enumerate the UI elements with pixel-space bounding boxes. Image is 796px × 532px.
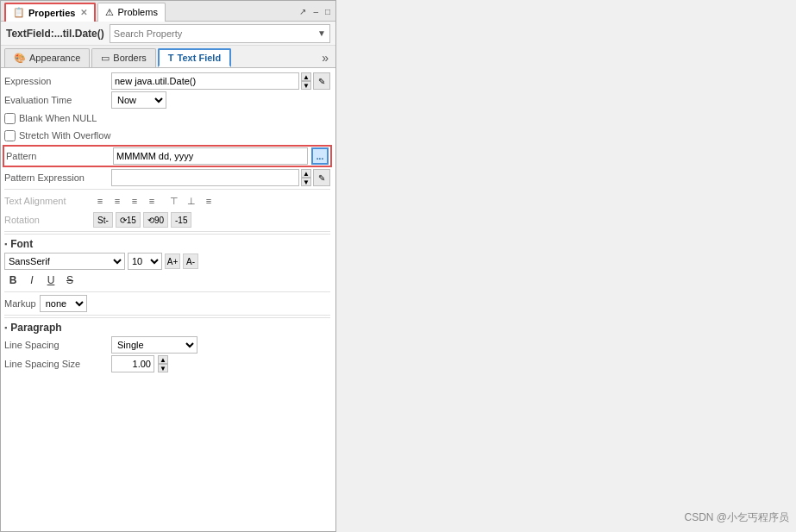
- expression-value: ▲ ▼ ✎: [111, 72, 330, 90]
- problems-tab-icon: ⚠: [105, 7, 114, 18]
- evaluation-time-select[interactable]: Now Report Page Column Group Band Auto: [111, 91, 166, 109]
- paragraph-section-title: Paragraph: [10, 322, 61, 334]
- pattern-expr-spinner: ▲ ▼: [301, 169, 311, 186]
- paragraph-section-toggle[interactable]: ▪: [4, 323, 7, 332]
- align-center-button[interactable]: ≡: [110, 193, 125, 209]
- valign-top-button[interactable]: ⊤: [166, 193, 182, 209]
- rotation-label: Rotation: [4, 215, 91, 225]
- bold-button[interactable]: B: [4, 272, 22, 289]
- line-spacing-select[interactable]: Single 1.5 Lines Double At Least Fixed P…: [111, 336, 197, 354]
- rotation-90-button[interactable]: ⟲90: [143, 212, 168, 228]
- expression-spinner-up[interactable]: ▲: [301, 72, 311, 81]
- divider-1: [4, 189, 330, 190]
- line-spacing-value: Single 1.5 Lines Double At Least Fixed P…: [111, 336, 330, 354]
- font-section-header: ▪ Font: [4, 234, 330, 252]
- markup-row: Markup none html styled: [4, 294, 330, 313]
- properties-panel: 📋 Properties ✕ ⚠ Problems ↗ – □ TextFiel…: [0, 0, 336, 532]
- text-alignment-label: Text Alignment: [4, 196, 91, 206]
- align-right-button[interactable]: ≡: [127, 193, 142, 209]
- pattern-expression-input[interactable]: [111, 169, 299, 186]
- tab-problems[interactable]: ⚠ Problems: [97, 3, 165, 22]
- tab-actions: ↗ – □: [298, 6, 332, 17]
- line-spacing-size-row: Line Spacing Size ▲ ▼: [4, 354, 330, 373]
- markup-select[interactable]: none html styled: [40, 295, 87, 312]
- stretch-overflow-label: Stretch With Overflow: [19, 130, 110, 141]
- more-tabs-button[interactable]: »: [318, 51, 332, 65]
- stretch-overflow-checkbox[interactable]: [4, 130, 16, 141]
- tab-properties[interactable]: 📋 Properties ✕: [4, 3, 96, 22]
- pattern-row: Pattern ...: [3, 145, 332, 167]
- font-section-toggle[interactable]: ▪: [4, 240, 7, 248]
- panel-title: TextField:...til.Date(): [6, 28, 104, 40]
- pattern-expr-spinner-down[interactable]: ▼: [301, 178, 311, 186]
- italic-button[interactable]: I: [23, 272, 41, 289]
- expression-label: Expression: [4, 76, 108, 86]
- divider-2: [4, 231, 330, 232]
- font-increase-button[interactable]: A+: [165, 253, 180, 269]
- rotation-row: Rotation St- ⟳15 ⟲90 -15: [4, 210, 330, 229]
- line-spacing-size-label: Line Spacing Size: [4, 359, 108, 369]
- borders-label: Borders: [113, 53, 147, 63]
- expression-row: Expression ▲ ▼ ✎: [4, 72, 330, 91]
- expression-input[interactable]: [111, 72, 299, 90]
- font-name-size-row: SansSerif Serif Monospaced Arial Times N…: [4, 252, 330, 271]
- line-spacing-label: Line Spacing: [4, 340, 108, 350]
- sub-tab-text-field[interactable]: T Text Field: [158, 48, 231, 67]
- valign-middle-button[interactable]: ⊥: [184, 193, 199, 209]
- blank-when-null-row: Blank When NULL: [4, 110, 330, 127]
- divider-3: [4, 291, 330, 292]
- text-alignment-row: Text Alignment ≡ ≡ ≡ ≡ ⊤ ⊥ ≡: [4, 191, 330, 210]
- font-name-select[interactable]: SansSerif Serif Monospaced Arial Times N…: [4, 253, 125, 270]
- expression-spinner-down[interactable]: ▼: [301, 81, 311, 90]
- expression-edit-button[interactable]: ✎: [313, 72, 330, 90]
- blank-when-null-checkbox[interactable]: [4, 113, 16, 124]
- rotation-normal-button[interactable]: St-: [93, 212, 113, 228]
- valign-bottom-button[interactable]: ≡: [201, 193, 216, 209]
- line-spacing-row: Line Spacing Single 1.5 Lines Double At …: [4, 335, 330, 354]
- properties-content: Expression ▲ ▼ ✎ Evaluation Time Now Rep…: [1, 68, 335, 531]
- pattern-label: Pattern: [6, 151, 110, 161]
- minimize-button[interactable]: –: [311, 6, 320, 17]
- watermark-text: CSDN @小乞丐程序员: [684, 510, 789, 525]
- pattern-input[interactable]: [113, 147, 308, 165]
- pattern-expression-label: Pattern Expression: [4, 172, 108, 183]
- maximize-button[interactable]: □: [323, 6, 332, 17]
- sub-tab-borders[interactable]: ▭ Borders: [91, 48, 156, 67]
- blank-when-null-label: Blank When NULL: [19, 113, 97, 123]
- search-input[interactable]: [114, 28, 317, 39]
- appearance-icon: 🎨: [14, 53, 26, 64]
- pattern-expression-edit-button[interactable]: ✎: [313, 169, 330, 186]
- pattern-edit-button[interactable]: ...: [311, 147, 329, 165]
- align-justify-button[interactable]: ≡: [144, 193, 160, 209]
- text-field-label: Text Field: [178, 53, 222, 63]
- search-wrapper: ▼: [110, 24, 330, 43]
- underline-button[interactable]: U: [42, 272, 60, 289]
- properties-tab-icon: 📋: [13, 7, 25, 18]
- divider-4: [4, 315, 330, 316]
- line-spacing-size-input[interactable]: [111, 355, 154, 372]
- appearance-label: Appearance: [29, 53, 80, 63]
- properties-tab-close[interactable]: ✕: [80, 8, 87, 17]
- text-field-icon: T: [168, 53, 174, 63]
- font-size-select[interactable]: 8 9 10 11 12 14 16: [128, 253, 162, 270]
- strikethrough-button[interactable]: S: [61, 272, 78, 289]
- search-arrow-icon[interactable]: ▼: [317, 28, 326, 38]
- rotation-minus15-button[interactable]: -15: [171, 212, 191, 228]
- font-style-row: B I U S: [4, 271, 330, 290]
- align-left-button[interactable]: ≡: [92, 193, 108, 209]
- line-spacing-spinner-down[interactable]: ▼: [158, 364, 168, 372]
- rotation-15-button[interactable]: ⟳15: [116, 212, 141, 228]
- pattern-expression-row: Pattern Expression ▲ ▼ ✎: [4, 168, 330, 187]
- line-spacing-spinner-up[interactable]: ▲: [158, 355, 168, 364]
- pattern-expr-spinner-up[interactable]: ▲: [301, 169, 311, 178]
- sub-tab-appearance[interactable]: 🎨 Appearance: [4, 48, 90, 67]
- header-row: TextField:...til.Date() ▼: [1, 22, 335, 46]
- stretch-overflow-row: Stretch With Overflow: [4, 127, 330, 144]
- pin-button[interactable]: ↗: [298, 6, 308, 17]
- borders-icon: ▭: [101, 53, 110, 64]
- font-decrease-button[interactable]: A-: [183, 253, 198, 269]
- line-spacing-size-spinner: ▲ ▼: [158, 355, 168, 372]
- evaluation-time-row: Evaluation Time Now Report Page Column G…: [4, 91, 330, 110]
- sub-tab-bar: 🎨 Appearance ▭ Borders T Text Field »: [1, 46, 335, 68]
- font-section-title: Font: [10, 238, 33, 250]
